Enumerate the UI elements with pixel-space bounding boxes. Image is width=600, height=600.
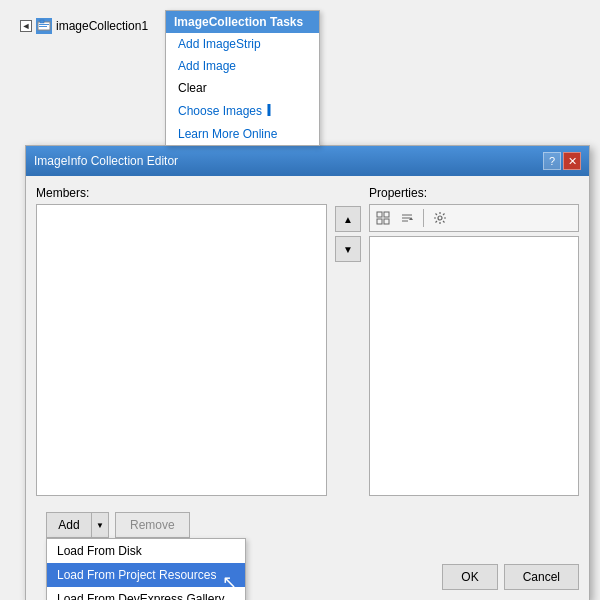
members-list[interactable] (36, 204, 327, 496)
move-down-btn[interactable]: ▼ (335, 236, 361, 262)
context-menu-learn-more[interactable]: Learn More Online (166, 123, 319, 145)
prop-settings-btn[interactable] (429, 207, 451, 229)
add-dropdown-menu: Load From Disk Load From Project Resourc… (46, 538, 246, 600)
cursor-indicator: 𝝞 (266, 102, 272, 119)
svg-rect-2 (39, 24, 49, 25)
toolbar-divider (423, 209, 424, 227)
dialog-close-btn[interactable]: ✕ (563, 152, 581, 170)
arrow-panel: ▲ ▼ (335, 186, 361, 496)
add-btn-group: Add ▼ Load From Disk Load From Project R… (46, 512, 109, 538)
bottom-toolbar: Add ▼ Load From Disk Load From Project R… (46, 512, 569, 538)
svg-rect-3 (39, 26, 47, 27)
ok-btn[interactable]: OK (442, 564, 497, 590)
context-menu-add-imagestrip[interactable]: Add ImageStrip (166, 33, 319, 55)
add-dropdown-btn[interactable]: ▼ (91, 512, 109, 538)
node-label: imageCollection1 (56, 19, 148, 33)
cancel-btn[interactable]: Cancel (504, 564, 579, 590)
context-menu-header: ImageCollection Tasks (166, 11, 319, 33)
dialog-titlebar: ImageInfo Collection Editor ? ✕ (26, 146, 589, 176)
context-menu-clear[interactable]: Clear (166, 77, 319, 99)
dialog-main: Members: ▲ ▼ Properties: (36, 186, 579, 496)
dropdown-load-project[interactable]: Load From Project Resources ↖ (47, 563, 245, 587)
prop-grid-btn[interactable] (372, 207, 394, 229)
svg-rect-4 (377, 212, 382, 217)
svg-rect-6 (377, 219, 382, 224)
node-icon (36, 18, 52, 34)
dropdown-load-gallery[interactable]: Load From DevExpress Gallery (47, 587, 245, 600)
members-label: Members: (36, 186, 327, 200)
dialog-titlebar-buttons: ? ✕ (543, 152, 581, 170)
properties-toolbar (369, 204, 579, 232)
properties-panel: Properties: (369, 186, 579, 496)
context-menu: ImageCollection Tasks Add ImageStrip Add… (165, 10, 320, 146)
dialog-content: Members: ▲ ▼ Properties: (26, 176, 589, 558)
properties-label: Properties: (369, 186, 579, 200)
context-menu-add-image[interactable]: Add Image (166, 55, 319, 77)
add-main-btn[interactable]: Add (46, 512, 91, 538)
svg-rect-5 (384, 212, 389, 217)
properties-area (369, 236, 579, 496)
svg-point-12 (438, 216, 442, 220)
imageinfoeditor-dialog: ImageInfo Collection Editor ? ✕ Members:… (25, 145, 590, 600)
prop-sort-btn[interactable] (396, 207, 418, 229)
move-up-btn[interactable]: ▲ (335, 206, 361, 232)
bottom-toolbar-area: Add ▼ Load From Disk Load From Project R… (36, 504, 579, 544)
svg-rect-7 (384, 219, 389, 224)
dropdown-load-disk[interactable]: Load From Disk (47, 539, 245, 563)
remove-btn[interactable]: Remove (115, 512, 190, 538)
top-area: ◄ imageCollection1 ImageCollection Tasks… (20, 10, 148, 34)
svg-rect-1 (40, 20, 44, 23)
context-menu-choose-images[interactable]: Choose Images 𝝞 (166, 99, 319, 123)
image-collection-node: ◄ imageCollection1 (20, 18, 148, 34)
node-expand-btn[interactable]: ◄ (20, 20, 32, 32)
dialog-title: ImageInfo Collection Editor (34, 154, 178, 168)
members-panel: Members: (36, 186, 327, 496)
dialog-help-btn[interactable]: ? (543, 152, 561, 170)
